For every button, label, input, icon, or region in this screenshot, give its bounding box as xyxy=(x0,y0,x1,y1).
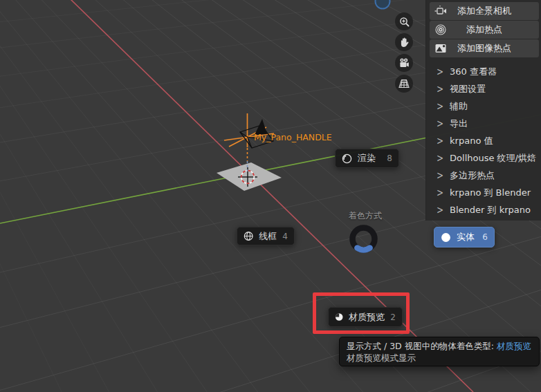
nav-gizmo-axis-ball[interactable] xyxy=(376,0,390,9)
chevron-right-icon: > xyxy=(437,66,443,78)
add-image-hotspot-button[interactable]: 添加图像热点 xyxy=(430,39,539,57)
pie-center-label: 着色方式 xyxy=(338,210,393,222)
chevron-right-icon: > xyxy=(437,204,443,216)
render-sphere-icon xyxy=(342,153,352,164)
pan-button[interactable] xyxy=(395,33,413,51)
movie-camera-icon xyxy=(398,57,410,69)
wireframe-sphere-icon xyxy=(244,231,253,241)
sidebar-section-dollhouse-bake[interactable]: >Dollhouse 纹理/烘焙 xyxy=(426,149,541,167)
tooltip: 显示方式 / 3D 视图中的物体着色类型: 材质预览 材质预览模式显示 xyxy=(339,337,540,366)
tooltip-line1: 显示方式 / 3D 视图中的物体着色类型: 材质预览 xyxy=(347,340,532,352)
pie-item-wireframe[interactable]: 线框 4 xyxy=(237,227,295,245)
tooltip-value: 材质预览 xyxy=(497,341,531,351)
magnifier-plus-icon xyxy=(398,16,410,28)
annotation-highlight-box xyxy=(313,292,410,334)
pie-item-label: 渲染 xyxy=(358,152,376,165)
pie-item-label: 实体 xyxy=(457,231,475,243)
chevron-right-icon: > xyxy=(437,100,443,113)
perspective-toggle-button[interactable] xyxy=(395,75,413,93)
chevron-right-icon: > xyxy=(437,135,443,147)
chevron-right-icon: > xyxy=(437,187,443,199)
panorama-camera-icon xyxy=(434,5,447,17)
pie-item-hotkey: 4 xyxy=(282,232,288,241)
object-label: My_Pano_HANDLE xyxy=(254,132,332,142)
pie-ring-highlight-arc xyxy=(357,248,369,250)
pie-item-label: 线框 xyxy=(259,230,277,243)
add-hotspot-button[interactable]: 添加热点 xyxy=(430,21,539,39)
zoom-button[interactable] xyxy=(395,12,413,30)
chevron-right-icon: > xyxy=(437,169,443,182)
sidebar-section-polygon-hotspot[interactable]: >多边形热点 xyxy=(426,167,541,184)
tooltip-line2: 材质预览模式显示 xyxy=(347,352,532,364)
add-panorama-camera-button[interactable]: 添加全景相机 xyxy=(430,2,539,20)
sidebar-section-export[interactable]: >导出 xyxy=(426,115,541,132)
sidebar-section-blender-to-krpano[interactable]: >Blender 到 krpano xyxy=(426,201,541,218)
chevron-right-icon: > xyxy=(437,83,443,95)
sidebar-panel: 添加全景相机 添加热点 添加图像热点 >360 查看器 >视图设置 >辅助 >导… xyxy=(425,0,541,221)
pie-item-rendered[interactable]: 渲染 8 xyxy=(335,149,399,168)
pie-direction-ring xyxy=(348,223,379,254)
chevron-right-icon: > xyxy=(437,152,443,165)
sidebar-section-view-settings[interactable]: >视图设置 xyxy=(426,80,541,97)
sidebar-section-assist[interactable]: >辅助 xyxy=(426,97,541,115)
blender-3d-viewport-window: My_Pano_HANDLE xyxy=(0,0,541,392)
grid-sphere-icon xyxy=(398,77,410,90)
button-label: 添加热点 xyxy=(466,24,502,36)
pie-item-hotkey: 8 xyxy=(387,153,392,163)
chevron-right-icon: > xyxy=(437,118,443,130)
hand-icon xyxy=(398,37,410,48)
button-label: 添加图像热点 xyxy=(457,42,511,55)
sidebar-section-krpano-values[interactable]: >krpano 值 xyxy=(426,132,541,149)
button-label: 添加全景相机 xyxy=(457,5,511,17)
sidebar-section-360-viewer[interactable]: >360 查看器 xyxy=(426,63,541,80)
solid-sphere-icon xyxy=(441,232,451,243)
pie-item-hotkey: 6 xyxy=(482,232,488,242)
sidebar-section-krpano-to-blender[interactable]: >krpano 到 Blender xyxy=(426,184,541,201)
pie-item-solid[interactable]: 实体 6 xyxy=(434,227,495,248)
camera-view-button[interactable] xyxy=(395,54,413,72)
image-hotspot-icon xyxy=(434,42,447,55)
hotspot-icon xyxy=(434,24,447,36)
